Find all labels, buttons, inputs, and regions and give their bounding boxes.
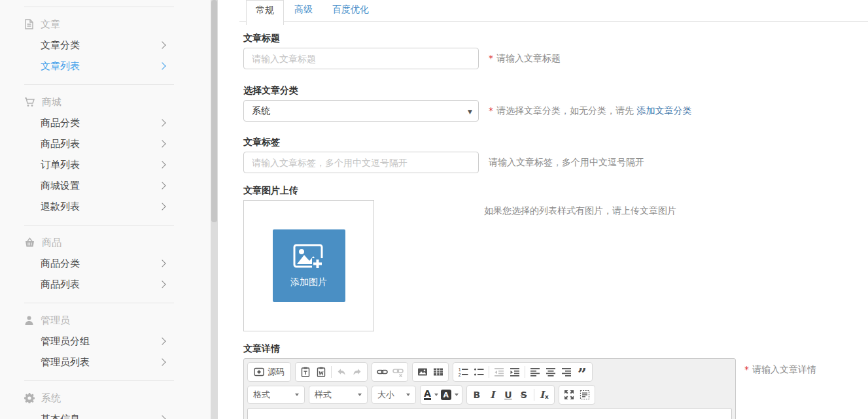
shopping-cart-icon [24, 97, 35, 107]
paste-word-icon [316, 367, 326, 377]
tab-advanced[interactable]: 高级 [285, 0, 322, 25]
gear-icon [24, 393, 35, 403]
category-select[interactable]: 系统 ▼ [243, 100, 479, 122]
sidebar-item-mall-order-list[interactable]: 订单列表 [24, 154, 174, 175]
bold-button[interactable]: B [469, 387, 485, 403]
show-blocks-icon [580, 390, 590, 400]
align-center-button[interactable] [543, 364, 559, 380]
redo-button[interactable] [349, 364, 365, 380]
sidebar-item-article-list[interactable]: 文章列表 [24, 56, 174, 76]
italic-icon: I [490, 389, 495, 401]
text-color-button[interactable]: A [423, 387, 440, 403]
sidebar-item-label: 文章列表 [41, 60, 80, 73]
chevron-right-icon [158, 41, 165, 48]
field-label: 文章详情 [243, 343, 816, 354]
add-image-button[interactable]: 添加图片 [273, 229, 345, 302]
main-content: 常规 高级 百度优化 文章标题 *请输入文章标题 选择文章分类 系统 ▼ *请选… [218, 0, 868, 419]
unlink-button[interactable] [390, 364, 406, 380]
indent-button[interactable] [507, 364, 523, 380]
tab-general[interactable]: 常规 [246, 0, 284, 25]
blockquote-button[interactable]: ” [574, 364, 590, 380]
sidebar-group-article[interactable]: 文章 [24, 14, 174, 35]
article-tags-input[interactable] [243, 152, 479, 173]
insert-table-button[interactable] [430, 364, 446, 380]
text-color-icon: A [424, 390, 431, 400]
link-icon [377, 367, 388, 377]
chevron-right-icon [158, 119, 165, 126]
align-right-button[interactable] [559, 364, 574, 380]
toolbar-group-links [372, 362, 408, 382]
toolbar-group-basicstyles: B I U S Ix [466, 385, 555, 405]
background-color-button[interactable]: A [440, 387, 460, 403]
sidebar-item-label: 商城设置 [41, 180, 80, 192]
sidebar-item-label: 基本信息 [41, 413, 80, 419]
sidebar-item-mall-settings[interactable]: 商城设置 [24, 175, 174, 196]
sidebar-group-label: 文章 [41, 18, 60, 31]
insert-image-button[interactable] [415, 364, 430, 380]
sidebar-group-goods[interactable]: 商品 [24, 232, 174, 253]
sidebar-group-system[interactable]: 系统 [24, 388, 174, 409]
add-article-category-link[interactable]: 添加文章分类 [636, 105, 691, 116]
sidebar-item-goods-category[interactable]: 商品分类 [24, 253, 174, 274]
sidebar-item-system-basic-info[interactable]: 基本信息 [24, 409, 174, 419]
editor-toolbar-row-1: 源码 [247, 362, 732, 382]
undo-button[interactable] [334, 364, 349, 380]
format-dropdown[interactable]: 格式 [247, 386, 305, 404]
background-color-icon: A [441, 390, 451, 400]
sidebar-item-mall-refund-list[interactable]: 退款列表 [24, 196, 174, 217]
rich-text-editor: 源码 [243, 358, 736, 419]
sidebar-section-system: 系统 基本信息 [24, 380, 174, 419]
toolbar-group-insert [412, 362, 449, 382]
sidebar-group-mall[interactable]: 商城 [24, 92, 174, 112]
italic-button[interactable]: I [485, 387, 500, 403]
sidebar-section-goods: 商品 商品分类 商品列表 [24, 225, 174, 303]
show-blocks-button[interactable] [577, 387, 593, 403]
remove-format-icon: I [540, 389, 544, 401]
article-title-input[interactable] [243, 48, 479, 69]
sidebar-section-admin: 管理员 管理员分组 管理员列表 [24, 303, 174, 380]
sidebar-item-mall-goods-list[interactable]: 商品列表 [24, 133, 174, 154]
strikethrough-button[interactable]: S [516, 387, 532, 403]
sidebar-group-label: 商品 [42, 237, 61, 249]
category-select-value: 系统 [252, 105, 270, 117]
link-button[interactable] [374, 364, 390, 380]
numbered-list-button[interactable]: 12 [455, 364, 471, 380]
underline-button[interactable]: U [500, 387, 516, 403]
editor-toolbar-row-2: 格式 样式 大小 A A B I U S Ix [247, 385, 732, 405]
tab-baidu-seo[interactable]: 百度优化 [323, 0, 378, 25]
field-hint: *请输入文章详情 [744, 364, 816, 376]
sidebar-scrollbar[interactable] [211, 0, 218, 419]
sidebar-item-admin-group[interactable]: 管理员分组 [24, 331, 174, 352]
paste-word-button[interactable] [313, 364, 329, 380]
sidebar-item-admin-list[interactable]: 管理员列表 [24, 352, 174, 373]
outdent-button[interactable] [491, 364, 507, 380]
toolbar-separator [534, 389, 534, 401]
image-upload-area[interactable]: 添加图片 [243, 200, 374, 331]
chevron-right-icon [158, 140, 165, 147]
tab-bar: 常规 高级 百度优化 [239, 0, 868, 22]
sidebar-item-mall-goods-category[interactable]: 商品分类 [24, 112, 174, 133]
align-left-button[interactable] [527, 364, 543, 380]
chevron-right-icon [158, 182, 165, 189]
sidebar-group-admin[interactable]: 管理员 [24, 310, 174, 331]
align-center-icon [546, 367, 556, 377]
maximize-button[interactable] [561, 387, 577, 403]
font-size-dropdown[interactable]: 大小 [372, 386, 416, 404]
caret-down-icon [434, 394, 438, 396]
style-dropdown[interactable]: 样式 [309, 386, 368, 404]
caret-down-icon [295, 394, 299, 396]
bullet-list-button[interactable] [471, 364, 487, 380]
sidebar-scrollbar-thumb[interactable] [211, 0, 217, 222]
align-left-icon [530, 367, 540, 377]
editor-content[interactable] [247, 408, 732, 419]
source-code-button[interactable]: 源码 [250, 364, 288, 380]
required-asterisk: * [744, 364, 749, 375]
chevron-right-icon [158, 280, 165, 288]
paste-text-button[interactable] [298, 364, 313, 380]
sidebar-item-goods-list[interactable]: 商品列表 [24, 274, 174, 295]
sidebar-item-article-category[interactable]: 文章分类 [24, 35, 174, 56]
caret-down-icon [358, 394, 362, 396]
remove-format-button[interactable]: Ix [536, 387, 552, 403]
select-arrow-icon: ▼ [468, 109, 472, 115]
toolbar-separator [331, 366, 332, 378]
